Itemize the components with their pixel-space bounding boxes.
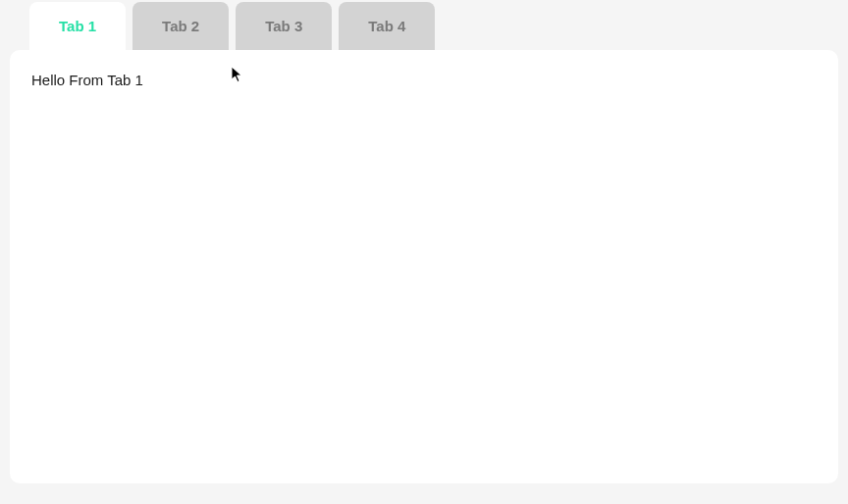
- tab-1[interactable]: Tab 1: [29, 2, 126, 50]
- tab-label: Tab 1: [59, 18, 96, 34]
- tab-label: Tab 4: [368, 18, 405, 34]
- tab-4[interactable]: Tab 4: [339, 2, 435, 50]
- tab-bar: Tab 1 Tab 2 Tab 3 Tab 4: [29, 2, 838, 50]
- tab-content-panel: Hello From Tab 1: [10, 50, 838, 483]
- tab-2[interactable]: Tab 2: [132, 2, 229, 50]
- tab-label: Tab 3: [265, 18, 302, 34]
- content-text: Hello From Tab 1: [31, 72, 817, 88]
- app-container: Tab 1 Tab 2 Tab 3 Tab 4 Hello From Tab 1: [0, 0, 848, 493]
- tab-label: Tab 2: [162, 18, 199, 34]
- tab-3[interactable]: Tab 3: [236, 2, 332, 50]
